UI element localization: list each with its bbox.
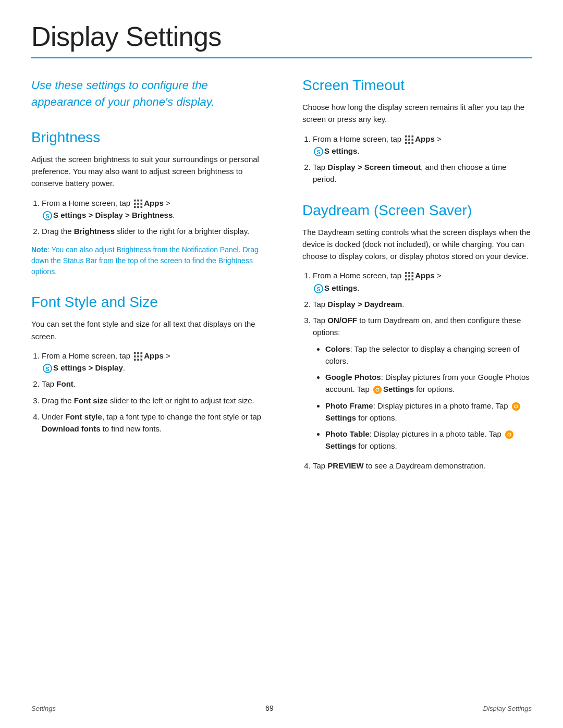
font-step-3: Drag the Font size slider to the left or…: [42, 394, 271, 406]
font-step-2: Tap Font.: [42, 378, 271, 390]
daydream-section: Daydream (Screen Saver) The Daydream set…: [302, 202, 532, 472]
svg-rect-86: [509, 430, 510, 432]
page-title: Display Settings: [31, 21, 532, 52]
brightness-body: Adjust the screen brightness to suit you…: [31, 153, 271, 190]
svg-rect-51: [408, 139, 410, 141]
footer-page-number: 69: [265, 704, 274, 712]
screen-timeout-title: Screen Timeout: [302, 77, 532, 94]
svg-rect-27: [141, 199, 143, 201]
footer-left: Settings: [31, 705, 56, 712]
svg-point-78: [515, 405, 518, 408]
main-content: Use these settings to configure the appe…: [31, 77, 532, 482]
svg-point-71: [376, 389, 379, 391]
footer: Settings 69 Display Settings: [31, 704, 532, 712]
svg-rect-89: [512, 434, 514, 435]
settings-s-icon-timeout: S: [314, 147, 323, 156]
settings-s-icon-font: S: [43, 364, 52, 373]
svg-rect-25: [134, 199, 136, 201]
gear-icon-photo-table: [505, 430, 514, 439]
svg-rect-58: [405, 272, 407, 274]
svg-rect-48: [408, 135, 410, 137]
svg-rect-59: [408, 272, 410, 274]
svg-rect-29: [137, 203, 139, 205]
footer-right: Display Settings: [483, 705, 532, 712]
svg-rect-64: [405, 279, 407, 281]
svg-rect-37: [137, 352, 139, 354]
daydream-option-google-photos: Google Photos: Display pictures from you…: [325, 371, 532, 396]
svg-rect-79: [516, 402, 517, 403]
svg-text:S: S: [316, 286, 320, 292]
settings-s-icon: S: [43, 211, 52, 220]
svg-rect-42: [134, 359, 136, 361]
svg-rect-61: [405, 275, 407, 277]
svg-rect-52: [412, 139, 414, 141]
screen-timeout-step-1: From a Home screen, tap Apps > S S ettin…: [313, 133, 532, 157]
daydream-step-3: Tap ON/OFF to turn Daydream on, and then…: [313, 314, 532, 452]
brightness-note: Note: You can also adjust Brightness fro…: [31, 244, 271, 277]
daydream-option-photo-table: Photo Table: Display pictures in a photo…: [325, 428, 532, 452]
svg-rect-66: [412, 279, 414, 281]
apps-icon-font: [133, 352, 143, 361]
gear-icon-photo-frame: [511, 402, 521, 411]
svg-rect-49: [412, 135, 414, 137]
svg-rect-80: [516, 409, 517, 411]
left-column: Use these settings to configure the appe…: [31, 77, 271, 482]
intro-text: Use these settings to configure the appe…: [31, 77, 271, 110]
svg-rect-65: [408, 279, 410, 281]
svg-rect-26: [137, 199, 139, 201]
svg-rect-40: [137, 355, 139, 357]
daydream-options: Colors: Tap the selector to display a ch…: [325, 343, 532, 452]
svg-rect-54: [408, 142, 410, 144]
font-steps: From a Home screen, tap Apps > S S ettin…: [42, 350, 271, 435]
screen-timeout-step-2: Tap Display > Screen timeout, and then c…: [313, 161, 532, 186]
settings-s-icon-daydream: S: [314, 284, 323, 293]
font-step-1: From a Home screen, tap Apps > S S ettin…: [42, 350, 271, 374]
svg-rect-32: [137, 206, 139, 208]
svg-rect-47: [405, 135, 407, 137]
svg-text:S: S: [316, 149, 320, 155]
svg-rect-72: [377, 386, 378, 387]
brightness-step-2: Drag the Brightness slider to the right …: [42, 225, 271, 237]
svg-rect-36: [134, 352, 136, 354]
daydream-option-photo-frame: Photo Frame: Display pictures in a photo…: [325, 400, 532, 424]
svg-rect-74: [373, 389, 375, 390]
brightness-step-1: From a Home screen, tap Apps > S S ettin…: [42, 197, 271, 221]
gear-icon-google-photos: [373, 385, 382, 394]
svg-text:S: S: [45, 213, 49, 219]
brightness-section: Brightness Adjust the screen brightness …: [31, 129, 271, 278]
svg-rect-73: [377, 393, 378, 394]
daydream-step-1: From a Home screen, tap Apps > S S ettin…: [313, 269, 532, 294]
apps-icon-daydream: [405, 272, 414, 281]
svg-point-85: [508, 434, 511, 436]
daydream-steps: From a Home screen, tap Apps > S S ettin…: [313, 269, 532, 472]
svg-rect-63: [412, 275, 414, 277]
svg-rect-62: [408, 275, 410, 277]
screen-timeout-section: Screen Timeout Choose how long the displ…: [302, 77, 532, 186]
svg-rect-38: [141, 352, 143, 354]
svg-rect-82: [519, 406, 520, 407]
svg-rect-41: [141, 355, 143, 357]
daydream-step-2: Tap Display > Daydream.: [313, 298, 532, 310]
svg-rect-33: [141, 206, 143, 208]
svg-rect-88: [505, 434, 507, 435]
screen-timeout-steps: From a Home screen, tap Apps > S S ettin…: [313, 133, 532, 186]
svg-rect-53: [405, 142, 407, 144]
svg-rect-30: [141, 203, 143, 205]
apps-icon: [133, 199, 143, 208]
svg-rect-55: [412, 142, 414, 144]
svg-rect-39: [134, 355, 136, 357]
svg-rect-43: [137, 359, 139, 361]
font-body: You can set the font style and size for …: [31, 318, 271, 342]
svg-rect-75: [380, 389, 382, 390]
svg-rect-87: [509, 437, 510, 439]
apps-icon-timeout: [405, 135, 414, 144]
font-title: Font Style and Size: [31, 294, 271, 311]
daydream-title: Daydream (Screen Saver): [302, 202, 532, 219]
daydream-body: The Daydream setting controls what the s…: [302, 226, 532, 263]
daydream-option-colors: Colors: Tap the selector to display a ch…: [325, 343, 532, 367]
svg-rect-50: [405, 139, 407, 141]
daydream-step-4: Tap PREVIEW to see a Daydream demonstrat…: [313, 460, 532, 472]
svg-rect-60: [412, 272, 414, 274]
brightness-title: Brightness: [31, 129, 271, 146]
right-column: Screen Timeout Choose how long the displ…: [302, 77, 532, 482]
